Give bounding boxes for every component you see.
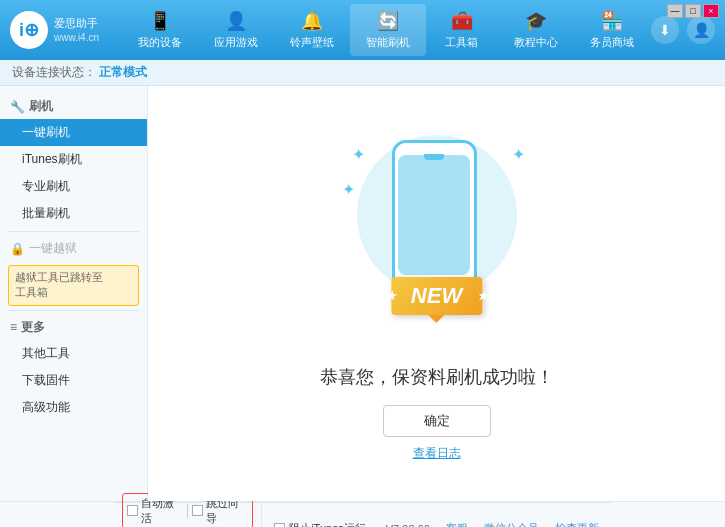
sparkle-icon-3: ✦: [512, 145, 525, 164]
bottom-bar: 自动激活 跳过向导 📱 iPhone 15 Pro Max 512GB iPho…: [0, 501, 725, 527]
tutorial-icon: 🎓: [525, 10, 547, 32]
log-link[interactable]: 查看日志: [413, 445, 461, 462]
sidebar-section-flash: 🔧 刷机: [0, 94, 147, 119]
minimize-button[interactable]: —: [667, 4, 683, 18]
sidebar-item-advanced[interactable]: 高级功能: [0, 394, 147, 421]
sidebar-item-one-key-flash[interactable]: 一键刷机: [0, 119, 147, 146]
sidebar-item-download-firmware[interactable]: 下载固件: [0, 367, 147, 394]
nav-tab-ringtone[interactable]: 🔔 铃声壁纸: [274, 4, 350, 56]
star-right-icon: ★: [477, 289, 488, 303]
option-separator: [187, 504, 188, 518]
maximize-button[interactable]: □: [685, 4, 701, 18]
auto-activate-checkbox[interactable]: [127, 505, 138, 516]
main-content: ✦ ✦ ✦ ★ NEW ★ 恭喜您，保资料刷机成功啦！ 确定 查看日志: [148, 86, 725, 501]
auto-guide-checkbox[interactable]: [192, 505, 203, 516]
window-controls: — □ ×: [667, 4, 719, 18]
wechat-link[interactable]: 微信公众号: [484, 521, 539, 527]
service-icon: 🏪: [601, 10, 623, 32]
main-layout: 🔧 刷机 一键刷机 iTunes刷机 专业刷机 批量刷机 🔒 一键越狱 越狱工具…: [0, 86, 725, 501]
sidebar-section-more: ≡ 更多: [0, 315, 147, 340]
itunes-checkbox[interactable]: [274, 523, 285, 527]
more-icon: ≡: [10, 320, 17, 334]
check-update-link[interactable]: 检查更新: [555, 521, 599, 527]
download-button[interactable]: ⬇: [651, 16, 679, 44]
sidebar-item-batch-flash[interactable]: 批量刷机: [0, 200, 147, 227]
toolbox-icon: 🧰: [451, 10, 473, 32]
nav-tab-tutorial[interactable]: 🎓 教程中心: [498, 4, 574, 56]
sparkle-icon-2: ✦: [342, 180, 355, 199]
header: i⊕ 爱思助手 www.i4.cn 📱 我的设备 👤 应用游戏 🔔 铃声壁纸 🔄: [0, 0, 725, 60]
itunes-running-check[interactable]: 阻止iTunes运行: [274, 521, 366, 527]
lock-icon: 🔒: [10, 242, 25, 256]
logo-text: 爱思助手 www.i4.cn: [54, 16, 99, 43]
phone-screen: [398, 155, 470, 275]
flash-icon: 🔧: [10, 100, 25, 114]
status-bar: 设备连接状态： 正常模式: [0, 60, 725, 86]
bottom-right: V7.98.66 客服 微信公众号 检查更新: [386, 521, 599, 527]
confirm-button[interactable]: 确定: [383, 405, 491, 437]
sidebar: 🔧 刷机 一键刷机 iTunes刷机 专业刷机 批量刷机 🔒 一键越狱 越狱工具…: [0, 86, 148, 501]
ringtone-icon: 🔔: [301, 10, 323, 32]
sidebar-item-other-tools[interactable]: 其他工具: [0, 340, 147, 367]
badge-arrow: [428, 315, 444, 323]
nav-tabs: 📱 我的设备 👤 应用游戏 🔔 铃声壁纸 🔄 智能刷机 🧰 工具箱 🎓: [120, 4, 651, 56]
nav-tab-service[interactable]: 🏪 务员商域: [574, 4, 650, 56]
phone-notch: [424, 154, 444, 160]
close-button[interactable]: ×: [703, 4, 719, 18]
version-label: V7.98.66: [386, 523, 430, 528]
logo-icon: i⊕: [10, 11, 48, 49]
phone-shape: [392, 140, 477, 290]
nav-tab-toolbox[interactable]: 🧰 工具箱: [426, 4, 498, 56]
sidebar-jailbreak-notice: 越狱工具已跳转至工具箱: [8, 265, 139, 306]
smart-brush-icon: 🔄: [377, 10, 399, 32]
nav-tab-my-device[interactable]: 📱 我的设备: [122, 4, 198, 56]
device-icon: 📱: [149, 10, 171, 32]
sidebar-section-jailbreak: 🔒 一键越狱: [0, 236, 147, 261]
customer-service-link[interactable]: 客服: [446, 521, 468, 527]
nav-tab-apps-games[interactable]: 👤 应用游戏: [198, 4, 274, 56]
star-left-icon: ★: [385, 289, 396, 303]
sidebar-divider-1: [8, 231, 139, 232]
nav-tab-smart-brush[interactable]: 🔄 智能刷机: [350, 4, 426, 56]
new-badge: ★ NEW ★: [391, 277, 482, 315]
user-button[interactable]: 👤: [687, 16, 715, 44]
sidebar-divider-2: [8, 310, 139, 311]
header-right: ⬇ 👤: [651, 16, 715, 44]
success-text: 恭喜您，保资料刷机成功啦！: [320, 365, 554, 389]
logo-area: i⊕ 爱思助手 www.i4.cn: [10, 11, 120, 49]
apps-icon: 👤: [225, 10, 247, 32]
sparkle-icon-1: ✦: [352, 145, 365, 164]
sidebar-item-itunes-flash[interactable]: iTunes刷机: [0, 146, 147, 173]
phone-illustration: ✦ ✦ ✦ ★ NEW ★: [337, 125, 537, 345]
sidebar-item-pro-flash[interactable]: 专业刷机: [0, 173, 147, 200]
